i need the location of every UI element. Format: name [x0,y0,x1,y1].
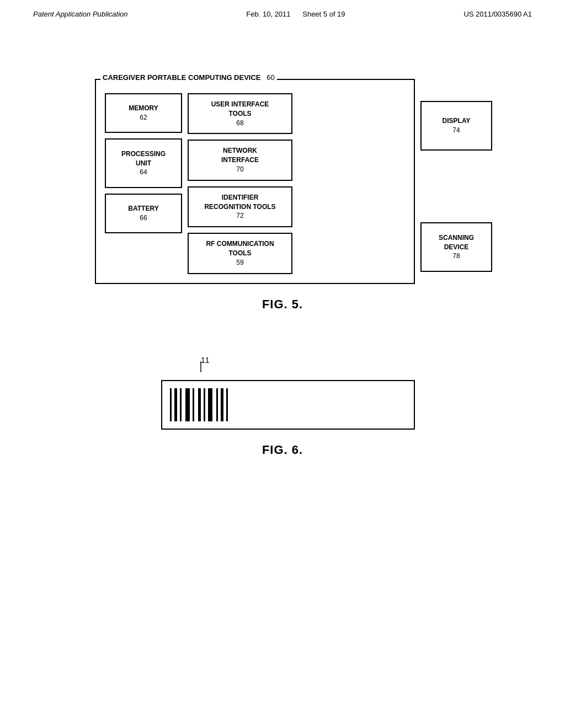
bar [180,388,182,421]
spacer [420,156,492,217]
fig5-diagram: CAREGIVER PORTABLE COMPUTING DEVICE 60 M… [44,79,521,284]
block-processing: PROCESSING UNIT 64 [105,138,182,188]
bar [204,388,205,421]
header-publication-type: Patent Application Publication [33,10,128,18]
block-rf-comm: RF COMMUNICATION TOOLS 59 [188,233,292,274]
block-memory: MEMORY 62 [105,93,182,133]
bar [185,388,190,421]
bar [170,388,172,421]
block-battery: BATTERY 66 [105,194,182,233]
bar-gap [201,388,203,421]
bar-gap [213,388,216,421]
bar-gap [172,388,174,421]
bar-gap [178,388,179,421]
fig6-arrow-svg [189,361,233,381]
header-sheet: Sheet 5 of 19 [302,10,345,18]
bar-gap [224,388,226,421]
fig6-annotation: 11 [161,356,426,376]
block-scanning: SCANNING DEVICE 78 [420,222,492,272]
header-date: Feb. 10, 2011 [246,10,290,18]
bar-gap [190,388,192,421]
block-network: NETWORK INTERFACE 70 [188,140,292,180]
bar-gap [195,388,198,421]
bar [193,388,194,421]
fig6-diagram: 11 [44,356,521,457]
header-date-sheet: Feb. 10, 2011 Sheet 5 of 19 [246,10,345,18]
fig6-label: FIG. 6. [262,443,303,457]
block-ui-tools: USER INTERFACE TOOLS 68 [188,93,292,134]
bar [198,388,201,421]
bar [226,388,228,421]
center-column: USER INTERFACE TOOLS 68 NETWORK INTERFAC… [188,93,292,274]
inner-layout: MEMORY 62 PROCESSING UNIT 64 [105,93,405,274]
block-display: DISPLAY 74 [420,101,492,151]
page-header: Patent Application Publication Feb. 10, … [0,0,565,24]
barcode-bars [170,388,228,421]
bar [216,388,218,421]
barcode-box [161,380,415,430]
fig5-label: FIG. 5. [44,297,521,312]
left-column: MEMORY 62 PROCESSING UNIT 64 [105,93,182,274]
fig6-wrapper: 11 [161,356,426,430]
fig5-layout: CAREGIVER PORTABLE COMPUTING DEVICE 60 M… [95,79,492,284]
block-identifier: IDENTIFIER RECOGNITION TOOLS 72 [188,186,292,227]
bar-gap [206,388,207,421]
header-patent-number: US 2011/0035690 A1 [463,10,532,18]
bar [208,388,212,421]
bar [221,388,223,421]
right-column: DISPLAY 74 SCANNING DEVICE 78 [420,101,492,272]
bar [174,388,177,421]
outer-box-caregiver: CAREGIVER PORTABLE COMPUTING DEVICE 60 M… [95,79,415,284]
bar-gap [218,388,220,421]
bar-gap [182,388,185,421]
outer-box-label: CAREGIVER PORTABLE COMPUTING DEVICE 60 [100,73,277,82]
